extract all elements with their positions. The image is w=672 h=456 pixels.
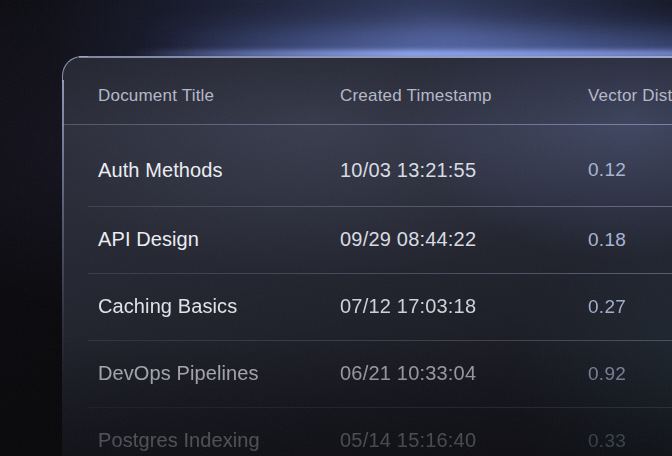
timestamp-cell: 07/12 17:03:18 xyxy=(340,295,588,318)
table-row[interactable]: API Design 09/29 08:44:22 0.18 xyxy=(62,206,672,273)
vector-distance-cell: 0.27 xyxy=(588,296,672,318)
row-divider xyxy=(88,340,672,341)
row-divider xyxy=(88,206,672,207)
document-title-cell: Postgres Indexing xyxy=(98,429,340,452)
timestamp-cell: 06/21 10:33:04 xyxy=(340,362,588,385)
vector-distance-cell: 0.92 xyxy=(588,363,672,385)
table-row[interactable]: Postgres Indexing 05/14 15:16:40 0.33 xyxy=(62,407,672,456)
timestamp-cell: 05/14 15:16:40 xyxy=(340,429,588,452)
table-row[interactable]: Auth Methods 10/03 13:21:55 0.12 xyxy=(62,125,672,206)
documents-table-panel: Document Title Created Timestamp Vector … xyxy=(62,56,672,456)
vector-distance-cell: 0.18 xyxy=(588,229,672,251)
screenshot-stage: Document Title Created Timestamp Vector … xyxy=(0,0,672,456)
document-title-cell: Auth Methods xyxy=(98,159,340,182)
document-title-cell: Caching Basics xyxy=(98,295,340,318)
vector-distance-cell: 0.33 xyxy=(588,430,672,452)
row-divider xyxy=(88,407,672,408)
documents-table: Document Title Created Timestamp Vector … xyxy=(62,56,672,456)
column-header-created-timestamp: Created Timestamp xyxy=(340,86,588,106)
table-row[interactable]: Caching Basics 07/12 17:03:18 0.27 xyxy=(62,273,672,340)
document-title-cell: DevOps Pipelines xyxy=(98,362,340,385)
column-header-document-title: Document Title xyxy=(98,86,340,106)
table-header-row: Document Title Created Timestamp Vector … xyxy=(62,56,672,124)
panel-corner-border xyxy=(62,56,88,82)
panel-top-border xyxy=(79,56,672,58)
table-row[interactable]: DevOps Pipelines 06/21 10:33:04 0.92 xyxy=(62,340,672,407)
document-title-cell: API Design xyxy=(98,228,340,251)
column-header-vector-distance: Vector Distance xyxy=(588,86,672,106)
timestamp-cell: 09/29 08:44:22 xyxy=(340,228,588,251)
vector-distance-cell: 0.12 xyxy=(588,159,672,181)
row-divider xyxy=(88,273,672,274)
panel-left-border xyxy=(62,80,64,380)
timestamp-cell: 10/03 13:21:55 xyxy=(340,159,588,182)
